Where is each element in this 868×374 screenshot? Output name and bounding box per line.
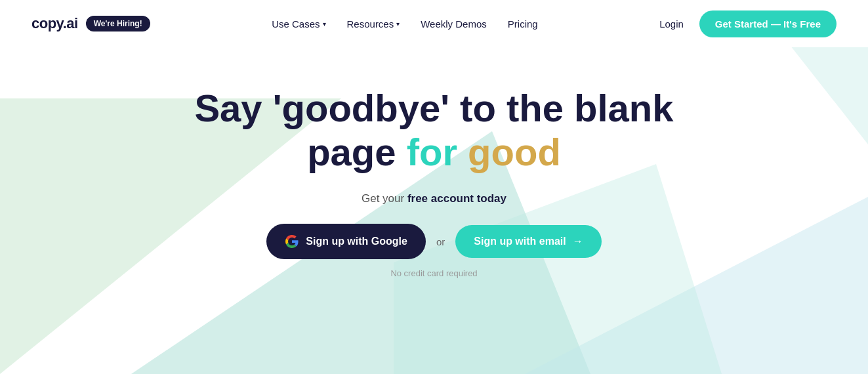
for-text: for: [407, 131, 457, 173]
nav-pricing[interactable]: Pricing: [508, 18, 538, 30]
good-text: good: [468, 131, 561, 173]
chevron-down-icon: ▾: [323, 20, 326, 28]
hero-section: Say 'goodbye' to the blank page for good…: [0, 47, 868, 278]
chevron-down-icon: ▾: [396, 20, 400, 28]
hiring-badge[interactable]: We're Hiring!: [86, 16, 150, 31]
nav-use-cases[interactable]: Use Cases ▾: [272, 18, 325, 30]
arrow-icon: →: [573, 236, 583, 247]
or-divider: or: [436, 236, 445, 247]
login-button[interactable]: Login: [659, 18, 684, 30]
signup-email-button[interactable]: Sign up with email →: [455, 225, 601, 258]
navbar-right: Login Get Started — It's Free: [659, 10, 837, 37]
navbar-center: Use Cases ▾ Resources ▾ Weekly Demos Pri…: [272, 18, 538, 30]
navbar: copy.ai We're Hiring! Use Cases ▾ Resour…: [0, 0, 868, 47]
no-credit-text: No credit card required: [390, 268, 477, 278]
hero-subtitle: Get your free account today: [362, 192, 506, 205]
hero-title: Say 'goodbye' to the blank page for good: [194, 87, 673, 174]
cta-row: Sign up with Google or Sign up with emai…: [266, 224, 601, 259]
navbar-left: copy.ai We're Hiring!: [31, 15, 150, 32]
google-icon: [285, 234, 299, 249]
get-started-button[interactable]: Get Started — It's Free: [699, 10, 837, 37]
signup-google-button[interactable]: Sign up with Google: [266, 224, 426, 259]
nav-resources[interactable]: Resources ▾: [347, 18, 400, 30]
nav-weekly-demos[interactable]: Weekly Demos: [421, 18, 487, 30]
logo: copy.ai: [31, 15, 78, 32]
